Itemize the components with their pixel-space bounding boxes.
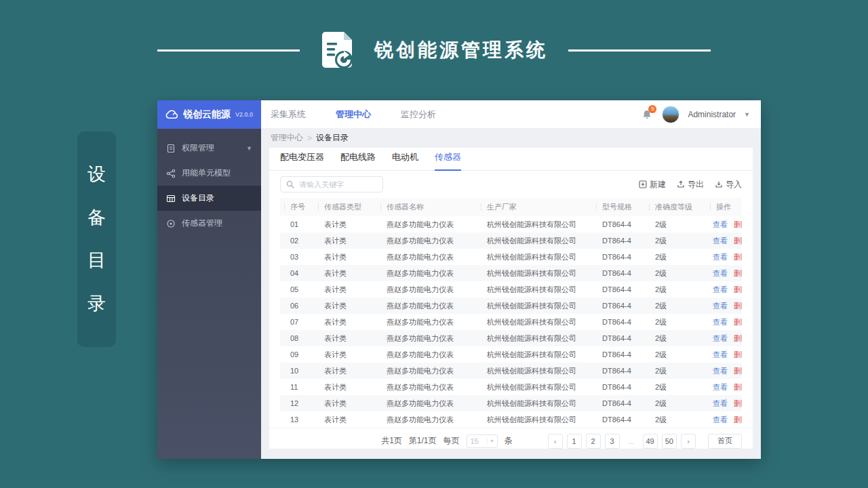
- column-header: 型号规格: [592, 202, 645, 212]
- table-cell: 杭州锐创能源科技有限公司: [477, 382, 592, 392]
- breadcrumb-separator: >: [307, 134, 312, 143]
- delete-link[interactable]: 删除: [734, 317, 742, 327]
- table-cell: 表计类: [314, 236, 376, 246]
- sidebar-item-label: 用能单元模型: [182, 167, 231, 179]
- view-link[interactable]: 查看: [713, 350, 728, 360]
- breadcrumb-parent[interactable]: 管理中心: [271, 132, 303, 144]
- delete-link[interactable]: 删除: [734, 301, 742, 311]
- table-cell: DT864-4: [592, 350, 645, 359]
- table-row: 05表计类燕赵多功能电力仪表杭州锐创能源科技有限公司DT864-42级查看删除: [280, 281, 742, 298]
- delete-link[interactable]: 删除: [734, 236, 742, 246]
- table-cell: DT864-4: [592, 220, 645, 228]
- pagination-bar: 共1页 第1/1页 每页 15 ▾ 条 ‹ 123...4950› 首页: [269, 428, 753, 453]
- total-pages-text: 共1页: [381, 435, 402, 447]
- pagination-stats: 共1页 第1/1页 每页 15 ▾ 条: [381, 434, 512, 448]
- delete-link[interactable]: 删除: [734, 399, 742, 409]
- chevron-down-icon: ▼: [246, 145, 252, 152]
- tab-motor[interactable]: 电动机: [392, 151, 418, 171]
- table-cell: 燕赵多功能电力仪表: [376, 382, 477, 392]
- view-link[interactable]: 查看: [713, 252, 728, 262]
- next-page-button[interactable]: ›: [681, 434, 696, 449]
- search-input[interactable]: [299, 180, 377, 188]
- sidebar-item-label: 权限管理: [182, 142, 214, 154]
- app-window: 锐创云能源 V2.0.0 权限管理 ▼: [157, 100, 761, 459]
- table-cell: 2级: [645, 350, 706, 360]
- top-nav: 采集系统 管理中心 监控分析: [271, 100, 436, 129]
- logo-text: 锐创云能源: [183, 108, 231, 121]
- table-cell: 杭州锐创能源科技有限公司: [477, 366, 592, 376]
- delete-link[interactable]: 删除: [734, 220, 742, 230]
- view-link[interactable]: 查看: [713, 317, 728, 327]
- delete-link[interactable]: 删除: [734, 366, 742, 376]
- nav-item-collection-system[interactable]: 采集系统: [271, 100, 306, 129]
- export-button-label: 导出: [688, 179, 704, 190]
- view-link[interactable]: 查看: [713, 333, 728, 344]
- sidebar-item-energy-unit-model[interactable]: 用能单元模型: [157, 161, 261, 186]
- page-button-3[interactable]: 3: [605, 434, 620, 449]
- import-button[interactable]: 导入: [715, 179, 742, 190]
- stepper-icon[interactable]: ▾: [487, 438, 493, 444]
- delete-link[interactable]: 删除: [734, 415, 742, 425]
- sidebar-item-permissions[interactable]: 权限管理 ▼: [157, 136, 261, 161]
- view-link[interactable]: 查看: [713, 220, 728, 230]
- page-button-1[interactable]: 1: [567, 434, 582, 449]
- view-link[interactable]: 查看: [713, 301, 728, 311]
- sidebar-item-sensor-management[interactable]: 传感器管理: [157, 211, 261, 236]
- view-link[interactable]: 查看: [713, 268, 728, 279]
- table-cell: 05: [280, 285, 314, 293]
- page-title: 锐创能源管理系统: [374, 37, 548, 63]
- table-cell: 杭州锐创能源科技有限公司: [477, 317, 592, 327]
- page-ellipsis[interactable]: ...: [624, 434, 639, 449]
- side-label-char: 录: [87, 295, 106, 313]
- table-cell: 2级: [645, 252, 706, 262]
- table-cell: 燕赵多功能电力仪表: [376, 415, 477, 425]
- avatar[interactable]: [662, 106, 679, 123]
- new-button[interactable]: 新建: [639, 179, 666, 190]
- home-page-button[interactable]: 首页: [708, 434, 742, 449]
- page-button-2[interactable]: 2: [586, 434, 601, 449]
- delete-link[interactable]: 删除: [734, 285, 742, 295]
- view-link[interactable]: 查看: [713, 285, 728, 295]
- table-cell: 杭州锐创能源科技有限公司: [477, 415, 592, 425]
- tab-sensor[interactable]: 传感器: [435, 151, 461, 171]
- view-link[interactable]: 查看: [713, 366, 728, 376]
- view-link[interactable]: 查看: [713, 399, 728, 409]
- table-cell: 表计类: [314, 317, 376, 327]
- delete-link[interactable]: 删除: [734, 350, 742, 360]
- sidebar-item-device-catalog[interactable]: 设备目录: [157, 186, 261, 211]
- doc-list-icon: [166, 144, 176, 153]
- table-cell: 2级: [645, 382, 706, 392]
- per-page-input[interactable]: 15 ▾: [467, 434, 498, 448]
- view-link[interactable]: 查看: [713, 382, 728, 392]
- delete-link[interactable]: 删除: [734, 382, 742, 392]
- page-button-49[interactable]: 49: [643, 434, 658, 449]
- row-actions: 查看删除: [706, 415, 742, 425]
- page-button-50[interactable]: 50: [662, 434, 677, 449]
- table-header: 序号 传感器类型 传感器名称 生产厂家 型号规格 准确度等级 操作: [280, 198, 742, 216]
- delete-link[interactable]: 删除: [734, 268, 742, 279]
- table-cell: DT864-4: [592, 269, 645, 277]
- nav-item-monitoring-analysis[interactable]: 监控分析: [401, 100, 436, 129]
- row-actions: 查看删除: [706, 268, 742, 279]
- table-cell: 2级: [645, 333, 706, 344]
- export-button[interactable]: 导出: [677, 179, 704, 190]
- table-cell: 13: [280, 415, 314, 424]
- delete-link[interactable]: 删除: [734, 252, 742, 262]
- table-cell: 04: [280, 269, 314, 277]
- table-cell: 02: [280, 237, 314, 245]
- user-menu-caret-icon[interactable]: ▼: [744, 111, 750, 118]
- view-link[interactable]: 查看: [713, 415, 728, 425]
- table-cell: 表计类: [314, 366, 376, 376]
- delete-link[interactable]: 删除: [734, 333, 742, 344]
- tab-power-line[interactable]: 配电线路: [340, 151, 376, 171]
- table-cell: 表计类: [314, 285, 376, 295]
- notifications-button[interactable]: 5: [640, 108, 654, 121]
- view-link[interactable]: 查看: [713, 236, 728, 246]
- tab-transformer[interactable]: 配电变压器: [280, 151, 324, 171]
- nav-item-management-center[interactable]: 管理中心: [336, 100, 371, 129]
- search-icon: [286, 180, 294, 188]
- sidebar-item-label: 传感器管理: [182, 218, 222, 229]
- banner-rule-right: [568, 49, 711, 52]
- table-row: 11表计类燕赵多功能电力仪表杭州锐创能源科技有限公司DT864-42级查看删除: [280, 379, 742, 395]
- prev-page-button[interactable]: ‹: [548, 434, 563, 449]
